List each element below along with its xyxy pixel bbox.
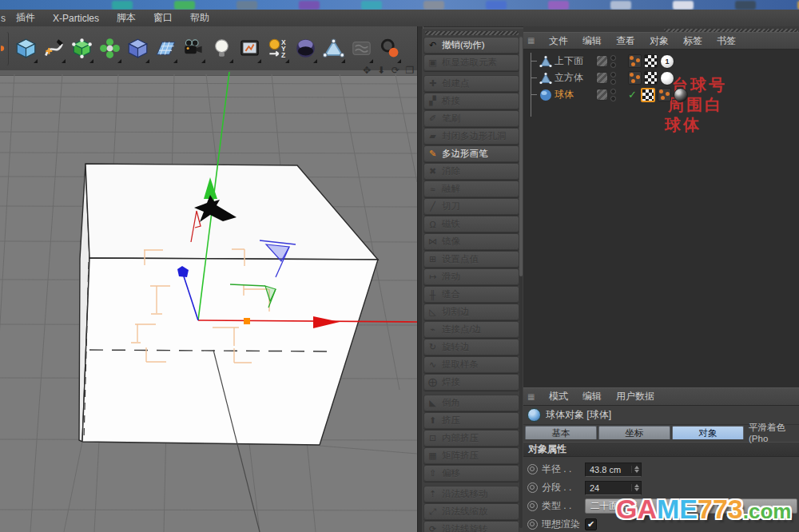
om-menu-4[interactable]: 标签: [676, 34, 710, 48]
spin-up-icon[interactable]: [634, 466, 639, 469]
menu-item-4[interactable]: 帮助: [181, 10, 218, 26]
tool-item-7[interactable]: ✖消除: [423, 163, 519, 180]
keyframe-ring-icon[interactable]: [527, 501, 538, 511]
tool-item-20[interactable]: ◣倒角: [423, 395, 519, 411]
value-input[interactable]: 24: [585, 481, 642, 495]
light-icon[interactable]: [209, 32, 235, 66]
visibility-dots[interactable]: [610, 89, 616, 101]
object-label[interactable]: 球体: [555, 88, 590, 101]
triangle-object-icon[interactable]: [320, 32, 347, 66]
tool-item-26[interactable]: ⤢沿法线缩放: [423, 503, 519, 520]
menu-item-partial[interactable]: s: [0, 10, 7, 26]
stepper-arrows[interactable]: [631, 466, 639, 473]
object-row-上下面[interactable]: 上下面1: [523, 53, 799, 69]
toggle-view-icon[interactable]: ❐: [404, 65, 415, 76]
tool-item-9[interactable]: ╱切刀: [423, 198, 519, 215]
tool-panel-scrollbar[interactable]: [519, 37, 523, 528]
tool-item-5[interactable]: ▰封闭多边形孔洞: [423, 128, 519, 145]
phong-tag[interactable]: [628, 54, 642, 68]
partial-tool-icon[interactable]: [1, 32, 9, 66]
tool-item-25[interactable]: ⇡沿法线移动: [423, 486, 519, 502]
xyz-axis-icon[interactable]: XYZ: [264, 32, 291, 66]
display-mode-icon[interactable]: [348, 32, 375, 66]
modeling-settings-icon[interactable]: [97, 32, 123, 66]
tool-item-0[interactable]: ↶撤销(动作): [423, 37, 519, 54]
om-menu-0[interactable]: 文件: [542, 34, 575, 48]
phong-tag[interactable]: [628, 71, 642, 85]
cube-primitive-icon[interactable]: [13, 32, 39, 66]
tool-item-14[interactable]: ╫缝合: [423, 286, 519, 303]
panel-grip[interactable]: [425, 31, 519, 35]
tool-item-19[interactable]: ⨁焊接: [423, 374, 519, 391]
tool-item-18[interactable]: ∿提取样条: [423, 356, 519, 373]
tool-item-11[interactable]: ⋈镜像: [423, 233, 519, 250]
zoom-icon[interactable]: ⬇: [376, 65, 387, 76]
tool-item-27[interactable]: ⟳沿法线旋转: [423, 521, 519, 532]
object-label[interactable]: 上下面: [555, 54, 590, 68]
layer-color-swatch[interactable]: [596, 72, 608, 84]
tab-3[interactable]: 平滑着色(Pho: [745, 426, 797, 439]
visibility-dots[interactable]: [610, 55, 616, 68]
spin-down-icon[interactable]: [634, 470, 639, 473]
camera-icon[interactable]: [181, 32, 207, 66]
object-row-立方体[interactable]: 立方体: [523, 69, 799, 86]
tab-1[interactable]: 坐标: [598, 426, 670, 439]
viewport[interactable]: [0, 70, 417, 532]
plane-grid-icon[interactable]: [153, 32, 179, 66]
om-menu-5[interactable]: 书签: [710, 34, 743, 48]
am-menu-1[interactable]: 编辑: [575, 390, 609, 403]
value-input[interactable]: 43.8 cm: [585, 463, 642, 477]
tool-item-3[interactable]: ▞桥接: [423, 93, 519, 109]
tool-item-8[interactable]: ≈融解: [423, 181, 519, 197]
tool-item-21[interactable]: ⬆挤压: [423, 412, 519, 429]
tool-item-10[interactable]: Ω磁铁: [423, 216, 519, 232]
keyframe-ring-icon[interactable]: [527, 464, 538, 474]
visibility-toggles[interactable]: [596, 89, 623, 101]
cube-display-icon[interactable]: [125, 32, 151, 66]
grip-icon[interactable]: ▦: [527, 392, 539, 402]
make-editable-icon[interactable]: [69, 32, 95, 66]
spin-up-icon[interactable]: [634, 484, 639, 487]
am-menu-2[interactable]: 用户数据: [609, 390, 662, 403]
tool-item-6[interactable]: ✎多边形画笔: [423, 145, 519, 162]
tool-item-23[interactable]: ▦矩阵挤压: [423, 447, 519, 464]
keyframe-ring-icon[interactable]: [527, 482, 538, 493]
tool-item-13[interactable]: ↦滑动: [423, 268, 519, 285]
render-view-icon[interactable]: [237, 32, 263, 66]
keyframe-ring-icon[interactable]: [527, 519, 538, 530]
checkbox[interactable]: ✔: [585, 518, 597, 530]
phong-tag[interactable]: [658, 88, 671, 101]
tab-2[interactable]: 对象: [672, 426, 744, 439]
cube-object[interactable]: [79, 164, 378, 445]
om-menu-1[interactable]: 编辑: [575, 34, 609, 48]
om-menu-3[interactable]: 对象: [642, 34, 676, 48]
menu-item-2[interactable]: 脚本: [108, 10, 145, 26]
spline-pen-icon[interactable]: [41, 32, 67, 66]
spin-down-icon[interactable]: [634, 488, 639, 491]
stepper-arrows[interactable]: [631, 484, 639, 491]
tool-item-15[interactable]: ◺切割边: [423, 304, 519, 320]
layer-color-swatch[interactable]: [596, 89, 608, 101]
am-menu-0[interactable]: 模式: [542, 390, 575, 403]
material-ball[interactable]: [674, 88, 688, 102]
tool-item-2[interactable]: ✚创建点: [423, 75, 519, 92]
tool-item-1[interactable]: ▣框显选取元素: [423, 54, 519, 71]
menu-item-3[interactable]: 窗口: [145, 10, 181, 26]
material-ball[interactable]: 1: [660, 54, 674, 69]
object-label[interactable]: 立方体: [555, 71, 590, 85]
object-row-球体[interactable]: 球体✓: [523, 86, 799, 103]
tool-item-4[interactable]: ✐笔刷: [423, 110, 519, 127]
grip-icon[interactable]: ▦: [527, 36, 539, 46]
texture-tag[interactable]: [644, 54, 658, 68]
tool-item-24[interactable]: ⇧偏移: [423, 465, 519, 482]
tool-item-17[interactable]: ↻旋转边: [423, 339, 519, 355]
texture-selected-tag[interactable]: [641, 88, 655, 102]
om-menu-2[interactable]: 查看: [609, 34, 642, 48]
menu-item-0[interactable]: 插件: [7, 10, 44, 26]
layer-color-swatch[interactable]: [596, 55, 608, 67]
tool-item-12[interactable]: ⊞设置点值: [423, 251, 519, 268]
rotate-icon[interactable]: ⟳: [390, 65, 401, 76]
tab-0[interactable]: 基本: [525, 426, 597, 439]
visibility-toggles[interactable]: [596, 72, 623, 85]
visibility-dots[interactable]: [610, 72, 616, 85]
